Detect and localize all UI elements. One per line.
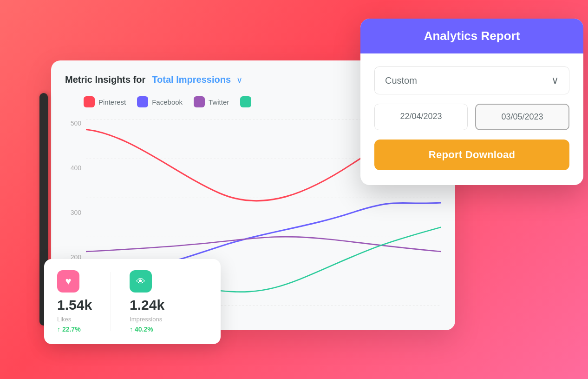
y-label-300: 300: [65, 209, 86, 216]
legend-item-twitter: Twitter: [194, 96, 229, 107]
stats-mini-card: ♥ 1.54k Likes ↑ 22.7% 👁 1.24k Impression…: [44, 259, 221, 344]
total-impressions-link[interactable]: Total Impressions: [152, 74, 231, 85]
dropdown-value: Custom: [385, 75, 417, 86]
facebook-label: Facebook: [152, 98, 183, 106]
twitter-color-swatch: [194, 96, 205, 107]
twitter-label: Twitter: [209, 98, 229, 106]
legend-item-facebook: Facebook: [137, 96, 183, 107]
pinterest-label: Pinterest: [98, 98, 126, 106]
analytics-report-card: Analytics Report Custom ∨ 22/04/2023 03/…: [360, 19, 583, 185]
header-chevron-icon[interactable]: ∨: [236, 75, 242, 85]
y-label-400: 400: [65, 164, 86, 172]
likes-stat: ♥ 1.54k Likes ↑ 22.7%: [57, 270, 92, 333]
date-range-row: 22/04/2023 03/05/2023: [374, 104, 569, 130]
dropdown-chevron-icon: ∨: [551, 74, 559, 86]
report-card-body: Custom ∨ 22/04/2023 03/05/2023 Report Do…: [360, 53, 583, 185]
report-download-button[interactable]: Report Download: [374, 140, 569, 170]
legend-item-instagram: [240, 96, 251, 107]
date-from-input[interactable]: 22/04/2023: [374, 104, 468, 130]
metric-insights-label: Metric Insights for: [65, 74, 145, 85]
date-to-input[interactable]: 03/05/2023: [475, 104, 569, 130]
twitter-line: [86, 237, 441, 252]
instagram-color-swatch: [240, 96, 251, 107]
facebook-color-swatch: [137, 96, 148, 107]
likes-change: ↑ 22.7%: [57, 326, 92, 333]
impressions-value: 1.24k: [130, 297, 164, 313]
likes-label: Likes: [57, 316, 92, 323]
impressions-label: Impressions: [130, 316, 164, 323]
y-label-500: 500: [65, 120, 86, 127]
pinterest-color-swatch: [84, 96, 95, 107]
report-card-header: Analytics Report: [360, 19, 583, 53]
legend-item-pinterest: Pinterest: [84, 96, 126, 107]
analytics-report-title: Analytics Report: [424, 29, 520, 43]
impressions-icon: 👁: [130, 270, 152, 293]
stats-divider: [111, 272, 111, 331]
impressions-change: ↑ 40.2%: [130, 326, 164, 333]
impressions-stat: 👁 1.24k Impressions ↑ 40.2%: [130, 270, 164, 333]
period-dropdown[interactable]: Custom ∨: [374, 66, 569, 94]
likes-value: 1.54k: [57, 297, 92, 313]
likes-icon: ♥: [57, 270, 79, 293]
